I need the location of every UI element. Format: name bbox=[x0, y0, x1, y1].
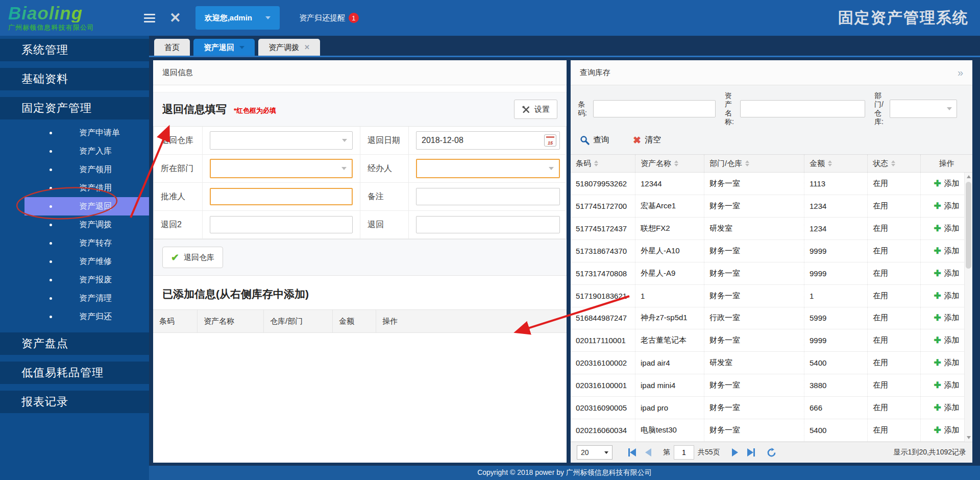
remark-label: 备注 bbox=[360, 183, 409, 211]
add-button[interactable]: ✚添加 bbox=[934, 178, 959, 189]
next-page-button[interactable] bbox=[732, 448, 738, 457]
return-input[interactable] bbox=[416, 216, 560, 233]
sidebar-item-label: 资产调拨 bbox=[79, 220, 112, 230]
column-header[interactable]: 金额 bbox=[804, 155, 868, 172]
sidebar-item-label: 资产转存 bbox=[79, 238, 112, 249]
add-button[interactable]: ✚添加 bbox=[934, 201, 959, 211]
sidebar-item[interactable]: 资产退回 bbox=[0, 197, 149, 215]
column-header-label: 部门/仓库 bbox=[709, 159, 742, 169]
add-button[interactable]: ✚添加 bbox=[934, 291, 959, 301]
add-button[interactable]: ✚添加 bbox=[934, 380, 959, 391]
sidebar-item[interactable]: 资产借用 bbox=[0, 179, 149, 197]
menu-toggle-icon[interactable] bbox=[144, 14, 155, 22]
clear-button[interactable]: ✖ 清空 bbox=[633, 134, 661, 146]
plus-icon: ✚ bbox=[934, 313, 941, 323]
tab-active[interactable]: 资产退回 bbox=[193, 39, 255, 56]
table-cell: 517745172700 bbox=[571, 195, 635, 217]
search-button[interactable]: 查询 bbox=[580, 135, 609, 146]
add-button[interactable]: ✚添加 bbox=[934, 223, 959, 234]
asset-name-filter-input[interactable] bbox=[740, 100, 865, 117]
close-icon[interactable]: ✕ bbox=[169, 11, 181, 25]
prev-page-button[interactable] bbox=[645, 448, 651, 457]
table-row: 020316100002ipad air4研发室5400在用✚添加 bbox=[571, 352, 972, 374]
sidebar-section-header[interactable]: 固定资产管理 bbox=[0, 97, 149, 119]
table-cell: 电脑test30 bbox=[635, 419, 704, 441]
first-page-button[interactable] bbox=[628, 448, 636, 457]
return-reminder-link[interactable]: 资产归还提醒 1 bbox=[299, 13, 359, 23]
sidebar-item[interactable]: 资产报废 bbox=[0, 271, 149, 289]
sidebar-item[interactable]: 资产维修 bbox=[0, 252, 149, 271]
page-size-select[interactable]: 20 bbox=[577, 445, 612, 460]
sidebar-section-header[interactable]: 报表记录 bbox=[0, 391, 149, 413]
sidebar-item[interactable]: 资产调拨 bbox=[0, 215, 149, 234]
clear-icon: ✖ bbox=[633, 134, 641, 146]
table-cell: 外星人-A9 bbox=[635, 262, 704, 284]
column-header[interactable]: 资产名称 bbox=[635, 155, 704, 172]
add-button[interactable]: ✚添加 bbox=[934, 402, 959, 413]
sidebar-item[interactable]: 资产申请单 bbox=[0, 124, 149, 142]
scrollbar-thumb[interactable] bbox=[966, 182, 971, 269]
sidebar-item-label: 资产维修 bbox=[79, 256, 112, 267]
tab-item[interactable]: 资产调拨✕ bbox=[258, 39, 320, 56]
approver-input[interactable] bbox=[210, 188, 353, 205]
add-button[interactable]: ✚添加 bbox=[934, 268, 959, 279]
return-date-input[interactable]: 2018-12-08 15 bbox=[416, 131, 560, 150]
remark-input[interactable] bbox=[416, 188, 560, 205]
scroll-down-icon[interactable] bbox=[967, 436, 971, 439]
table-cell: 516844987247 bbox=[571, 307, 635, 329]
return-warehouse-button[interactable]: ✔ 退回仓库 bbox=[162, 247, 223, 268]
collapse-chevron-icon[interactable]: » bbox=[958, 67, 963, 78]
column-header[interactable]: 部门/仓库 bbox=[704, 155, 804, 172]
sidebar-section-header[interactable]: 基础资料 bbox=[0, 68, 149, 90]
last-page-button[interactable] bbox=[747, 448, 755, 457]
sidebar-item[interactable]: 资产入库 bbox=[0, 142, 149, 160]
page-number-input[interactable] bbox=[674, 445, 694, 460]
sidebar-item-label: 资产领用 bbox=[79, 164, 112, 175]
sidebar-item[interactable]: 资产领用 bbox=[0, 160, 149, 179]
sidebar-section-header[interactable]: 资产盘点 bbox=[0, 332, 149, 355]
scrollbar[interactable] bbox=[964, 173, 972, 442]
logo-text: Biaoling bbox=[8, 4, 137, 22]
return2-input[interactable] bbox=[210, 216, 353, 233]
calendar-icon[interactable]: 15 bbox=[544, 134, 556, 147]
column-header[interactable]: 状态 bbox=[868, 155, 921, 172]
table-cell: 666 bbox=[804, 397, 868, 419]
inventory-table-header: 条码资产名称部门/仓库金额状态操作 bbox=[571, 155, 972, 173]
sidebar-item[interactable]: 资产转存 bbox=[0, 234, 149, 252]
dept-filter-label: 部门/仓库: bbox=[874, 91, 886, 126]
department-select[interactable] bbox=[210, 159, 353, 178]
add-button[interactable]: ✚添加 bbox=[934, 335, 959, 346]
add-label: 添加 bbox=[944, 201, 960, 211]
return-date-label: 退回日期 bbox=[360, 127, 409, 155]
add-button[interactable]: ✚添加 bbox=[934, 313, 959, 323]
sidebar-item-label: 资产清理 bbox=[79, 293, 112, 304]
close-tab-icon[interactable]: ✕ bbox=[304, 39, 310, 56]
add-button[interactable]: ✚添加 bbox=[934, 425, 959, 436]
handler-select[interactable] bbox=[416, 159, 560, 178]
column-header-label: 资产名称 bbox=[641, 159, 671, 169]
bullet-icon bbox=[50, 316, 52, 318]
warehouse-select[interactable] bbox=[210, 131, 353, 150]
plus-icon: ✚ bbox=[934, 425, 941, 436]
table-cell: 517745172437 bbox=[571, 218, 635, 239]
sidebar-section-header[interactable]: 低值易耗品管理 bbox=[0, 362, 149, 384]
tab-label: 首页 bbox=[164, 39, 180, 56]
page-prefix-label: 第 bbox=[663, 448, 670, 457]
sidebar-item[interactable]: 资产归还 bbox=[0, 307, 149, 326]
add-label: 添加 bbox=[944, 179, 960, 188]
sidebar-section-header[interactable]: 系统管理 bbox=[0, 39, 149, 61]
add-button[interactable]: ✚添加 bbox=[934, 357, 959, 368]
table-cell: 财务一室 bbox=[704, 397, 804, 419]
settings-button[interactable]: 设置 bbox=[514, 100, 557, 119]
column-header[interactable]: 条码 bbox=[571, 155, 635, 172]
barcode-filter-input[interactable] bbox=[593, 100, 716, 117]
refresh-button[interactable] bbox=[767, 448, 776, 458]
column-header[interactable]: 操作 bbox=[921, 155, 972, 172]
scroll-up-icon[interactable] bbox=[967, 175, 971, 178]
table-cell: 在用 bbox=[868, 419, 921, 441]
user-menu-button[interactable]: 欢迎您,admin bbox=[195, 6, 280, 30]
sidebar-item[interactable]: 资产清理 bbox=[0, 289, 149, 307]
tab-item[interactable]: 首页 bbox=[154, 39, 190, 56]
dept-filter-select[interactable] bbox=[890, 100, 957, 118]
add-button[interactable]: ✚添加 bbox=[934, 246, 959, 256]
